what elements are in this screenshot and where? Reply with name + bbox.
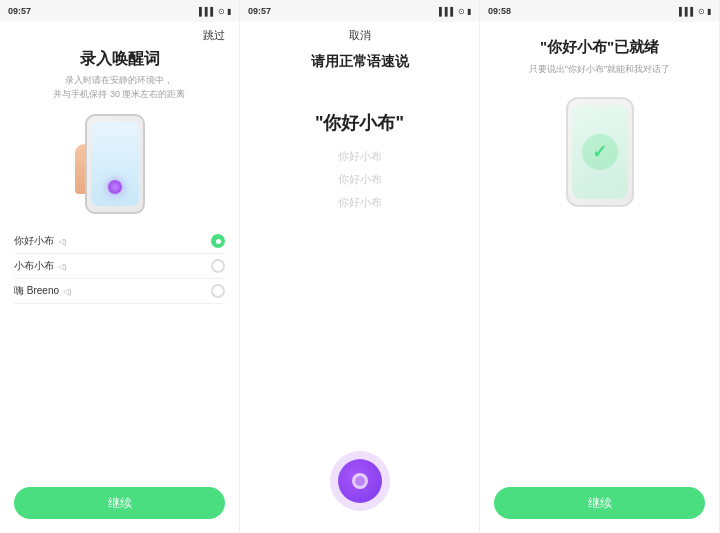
phone3-illustration: ✓ [555,92,645,212]
signal-icon-3: ▌▌▌ [679,7,696,16]
wake-step-1: 你好小布 [338,149,382,164]
wifi-icon-2: ⊙ [458,7,465,16]
wake-step-2: 你好小布 [338,172,382,187]
wake-option-1-label: 你好小布 ◁) [14,234,67,248]
wake-word-text-2: 小布小布 [14,259,54,273]
panel-ready: 09:58 ▌▌▌ ⊙ ▮ "你好小布"已就绪 只要说出"你好小布"就能和我对话… [480,0,720,533]
cancel-button[interactable]: 取消 [349,28,371,43]
check-circle: ✓ [582,134,618,170]
battery-icon-3: ▮ [707,7,711,16]
panel1-subtitle: 录入时请在安静的环境中，并与手机保持 30 厘米左右的距离 [43,74,195,101]
battery-icon: ▮ [227,7,231,16]
continue-button-3[interactable]: 继续 [494,487,705,519]
panel3-subtitle: 只要说出"你好小布"就能和我对话了 [529,63,670,76]
status-bar-3: 09:58 ▌▌▌ ⊙ ▮ [480,0,719,22]
panel1-title: 录入唤醒词 [80,49,160,70]
panel-record: 09:57 ▌▌▌ ⊙ ▮ 取消 请用正常语速说 "你好小布" 你好小布 你好小… [240,0,480,533]
wake-word-text-1: 你好小布 [14,234,54,248]
sound-icon-2[interactable]: ◁) [58,262,67,271]
signal-icon: ▌▌▌ [199,7,216,16]
wake-word-display: "你好小布" [315,111,404,135]
phone3-screen: ✓ [572,105,628,199]
wifi-icon: ⊙ [218,7,225,16]
battery-icon-2: ▮ [467,7,471,16]
status-bar-1: 09:57 ▌▌▌ ⊙ ▮ [0,0,239,22]
mic-dot [108,180,122,194]
wake-step-3: 你好小布 [338,195,382,210]
panel2-title: 请用正常语速说 [311,53,409,71]
skip-button[interactable]: 跳过 [203,28,225,43]
sound-icon-1[interactable]: ◁) [58,237,67,246]
wake-word-steps: 你好小布 你好小布 你好小布 [338,149,382,210]
wake-options: 你好小布 ◁) 小布小布 ◁) 嗨 Breeno ◁) [0,229,239,304]
wake-option-2-label: 小布小布 ◁) [14,259,67,273]
panel2-nav: 取消 [240,22,479,43]
continue-button-1[interactable]: 继续 [14,487,225,519]
mic-icon [352,473,368,489]
signal-icon-2: ▌▌▌ [439,7,456,16]
time-1: 09:57 [8,6,31,16]
wake-option-3[interactable]: 嗨 Breeno ◁) [14,279,225,304]
phone-illustration [75,109,165,219]
wifi-icon-3: ⊙ [698,7,705,16]
panel3-title: "你好小布"已就绪 [530,38,669,57]
status-icons-2: ▌▌▌ ⊙ ▮ [439,7,471,16]
wake-word-text-3: 嗨 Breeno [14,284,59,298]
radio-1[interactable] [211,234,225,248]
wake-option-2[interactable]: 小布小布 ◁) [14,254,225,279]
mic-button[interactable] [338,459,382,503]
time-3: 09:58 [488,6,511,16]
check-icon: ✓ [592,141,607,163]
radio-2[interactable] [211,259,225,273]
panel1-nav: 跳过 [0,22,239,43]
time-2: 09:57 [248,6,271,16]
sound-icon-3[interactable]: ◁) [63,287,72,296]
phone3-body: ✓ [566,97,634,207]
wake-option-1[interactable]: 你好小布 ◁) [14,229,225,254]
status-icons-1: ▌▌▌ ⊙ ▮ [199,7,231,16]
status-icons-3: ▌▌▌ ⊙ ▮ [679,7,711,16]
radio-3[interactable] [211,284,225,298]
panel-enroll: 09:57 ▌▌▌ ⊙ ▮ 跳过 录入唤醒词 录入时请在安静的环境中，并与手机保… [0,0,240,533]
phone-body [85,114,145,214]
status-bar-2: 09:57 ▌▌▌ ⊙ ▮ [240,0,479,22]
wake-option-3-label: 嗨 Breeno ◁) [14,284,72,298]
